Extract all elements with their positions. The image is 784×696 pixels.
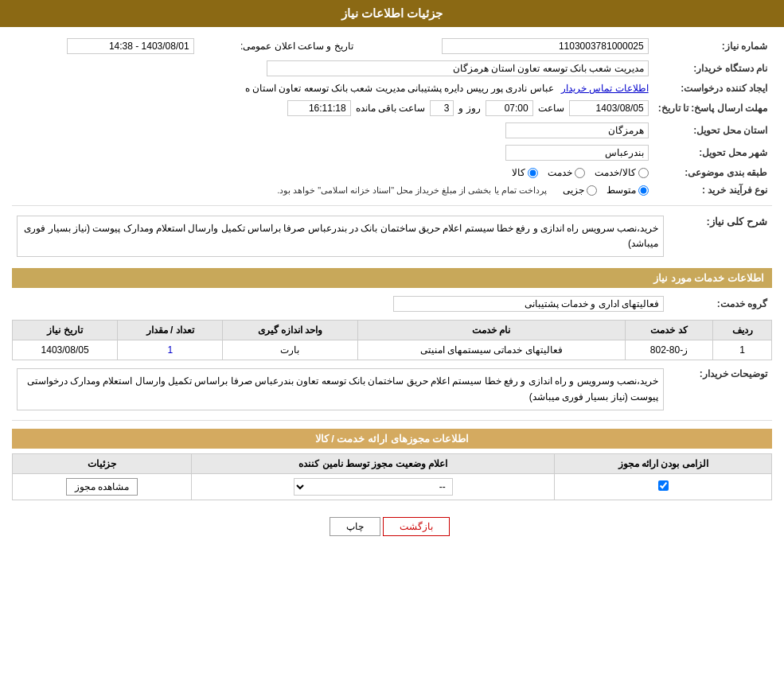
row-ijad: ایجاد کننده درخواست: اطلاعات تماس خریدار…	[12, 80, 772, 97]
shomara-value	[358, 35, 653, 57]
radio-kala[interactable]: کالا	[512, 167, 538, 178]
services-grid: ردیف کد خدمت نام خدمت واحد اندازه گیری ت…	[12, 320, 772, 360]
th-vaziat: اعلام وضعیت مجوز توسط نامین کننده	[192, 453, 555, 473]
row-tabaqe: طبقه بندی موضوعی: کالا/خدمت خدمت کالا	[12, 164, 772, 181]
gorooh-table: گروه خدمت:	[12, 293, 772, 315]
cell-kod: ز-80-802	[625, 340, 712, 360]
cell-tarikh: 1403/08/05	[13, 340, 118, 360]
gorooh-row: گروه خدمت:	[12, 293, 772, 315]
ijad-text: عباس نادری پور رییس دایره پشتیبانی مدیری…	[245, 83, 554, 94]
th-radif: ردیف	[713, 321, 772, 340]
ijad-label: ایجاد کننده درخواست:	[653, 80, 772, 97]
th-joziyat: جزئیات	[13, 453, 192, 473]
tosif-row: توضیحات خریدار: خرید،نصب وسرویس و راه ان…	[12, 365, 772, 413]
main-info-table: شماره نیاز: تاریخ و ساعت اعلان عمومی: نا…	[12, 35, 772, 199]
page-wrapper: جزئیات اطلاعات نیاز شماره نیاز: تاریخ و …	[0, 0, 784, 696]
th-name: نام خدمت	[357, 321, 625, 340]
sharh-box: خرید،نصب سرویس راه اندازی و رفع خطا سیست…	[17, 216, 664, 257]
ostan-label: استان محل تحویل:	[653, 119, 772, 142]
dastgah-label: نام دستگاه خریدار:	[653, 57, 772, 80]
tosif-content: خرید،نصب وسرویس و راه اندازی و رفع خطا س…	[12, 365, 669, 413]
khadamat-section-title: اطلاعات خدمات مورد نیاز	[12, 268, 772, 288]
farayand-label: نوع فرآیند خرید :	[653, 181, 772, 199]
shahr-value	[12, 142, 653, 164]
radio-motavasset[interactable]: متوسط	[607, 185, 649, 196]
view-mojooz-button[interactable]: مشاهده مجوز	[66, 478, 138, 496]
shomara-input[interactable]	[442, 38, 649, 54]
sharh-label: شرح کلی نیاز:	[669, 212, 772, 260]
th-tarikh: تاریخ نیاز	[13, 321, 118, 340]
gorooh-value	[12, 293, 669, 315]
row-shomara: شماره نیاز: تاریخ و ساعت اعلان عمومی:	[12, 35, 772, 57]
cell-vahed: بارت	[223, 340, 357, 360]
shahr-label: شهر محل تحویل:	[653, 142, 772, 164]
ijad-link[interactable]: اطلاعات تماس خریدار	[561, 83, 649, 94]
divider-1	[12, 205, 772, 206]
radio-khidmat[interactable]: خدمت	[548, 167, 585, 178]
tarikh-elan-label: تاریخ و ساعت اعلان عمومی:	[199, 35, 358, 57]
permissions-grid: الزامی بودن ارائه مجوز اعلام وضعیت مجوز …	[12, 453, 772, 500]
ostan-value	[12, 119, 653, 142]
table-row: 1 ز-80-802 فعالیتهای خدماتی سیستمهای امن…	[13, 340, 772, 360]
permissions-header-row: الزامی بودن ارائه مجوز اعلام وضعیت مجوز …	[13, 453, 772, 473]
cell-vaziat: --	[192, 473, 555, 500]
cell-name: فعالیتهای خدماتی سیستمهای امنیتی	[357, 340, 625, 360]
mohlat-label: مهلت ارسال پاسخ: تا تاریخ:	[653, 97, 772, 119]
dastgah-value	[12, 57, 653, 80]
permissions-thead: الزامی بودن ارائه مجوز اعلام وضعیت مجوز …	[13, 453, 772, 473]
page-title: جزئیات اطلاعات نیاز	[341, 6, 443, 20]
th-kod: کد خدمت	[625, 321, 712, 340]
saat-label: ساعت	[538, 103, 564, 114]
back-button[interactable]: بازگشت	[383, 517, 450, 536]
sharh-table: شرح کلی نیاز: خرید،نصب سرویس راه اندازی …	[12, 212, 772, 260]
mohlat-value: ساعت روز و ساعت باقی مانده	[12, 97, 653, 119]
row-dastgah: نام دستگاه خریدار:	[12, 57, 772, 80]
rooz-label: روز و	[458, 103, 480, 114]
baqi-label: ساعت باقی مانده	[356, 103, 426, 114]
list-item: -- مشاهده مجوز	[13, 473, 772, 500]
radio-jozi[interactable]: جزیی	[563, 185, 597, 196]
gorooh-label: گروه خدمت:	[669, 293, 772, 315]
row-nooe-farayand: نوع فرآیند خرید : متوسط جزیی پرداخت تمام…	[12, 181, 772, 199]
sharh-content: خرید،نصب سرویس راه اندازی و رفع خطا سیست…	[12, 212, 669, 260]
farayand-value: متوسط جزیی پرداخت تمام یا بخشی از مبلغ خ…	[12, 181, 653, 199]
content-area: شماره نیاز: تاریخ و ساعت اعلان عمومی: نا…	[0, 27, 784, 556]
radio-kala-khidmat[interactable]: کالا/خدمت	[595, 167, 648, 178]
cell-radif: 1	[713, 340, 772, 360]
cell-tedad: 1	[118, 340, 223, 360]
services-thead: ردیف کد خدمت نام خدمت واحد اندازه گیری ت…	[13, 321, 772, 340]
services-tbody: 1 ز-80-802 فعالیتهای خدماتی سیستمهای امن…	[13, 340, 772, 360]
print-button[interactable]: چاپ	[330, 517, 380, 536]
th-elzami: الزامی بودن ارائه مجوز	[555, 453, 772, 473]
row-ostan: استان محل تحویل:	[12, 119, 772, 142]
tarikh-elan-value	[12, 35, 199, 57]
footer-buttons: بازگشت چاپ	[12, 505, 772, 548]
cell-joziyat: مشاهده مجوز	[13, 473, 192, 500]
permissions-tbody: -- مشاهده مجوز	[13, 473, 772, 500]
row-shahr: شهر محل تحویل:	[12, 142, 772, 164]
ijad-value: اطلاعات تماس خریدار عباس نادری پور رییس …	[12, 80, 653, 97]
page-header: جزئیات اطلاعات نیاز	[0, 0, 784, 27]
sharh-row: شرح کلی نیاز: خرید،نصب سرویس راه اندازی …	[12, 212, 772, 260]
tabaqe-value: کالا/خدمت خدمت کالا	[12, 164, 653, 181]
shomara-label: شماره نیاز:	[653, 35, 772, 57]
tosif-label: توضیحات خریدار:	[669, 365, 772, 413]
farayand-note: پرداخت تمام یا بخشی از مبلغ خریداز محل "…	[277, 185, 547, 196]
divider-2	[12, 420, 772, 421]
mojooz-section-title: اطلاعات مجوزهای ارائه خدمت / کالا	[12, 429, 772, 449]
cell-elzami	[555, 473, 772, 500]
tosif-box: خرید،نصب وسرویس و راه اندازی و رفع خطا س…	[17, 368, 664, 410]
th-vahed: واحد اندازه گیری	[223, 321, 357, 340]
services-header-row: ردیف کد خدمت نام خدمت واحد اندازه گیری ت…	[13, 321, 772, 340]
th-tedad: تعداد / مقدار	[118, 321, 223, 340]
tabaqe-label: طبقه بندی موضوعی:	[653, 164, 772, 181]
row-mohlat: مهلت ارسال پاسخ: تا تاریخ: ساعت روز و سا…	[12, 97, 772, 119]
tosif-table: توضیحات خریدار: خرید،نصب وسرویس و راه ان…	[12, 365, 772, 413]
